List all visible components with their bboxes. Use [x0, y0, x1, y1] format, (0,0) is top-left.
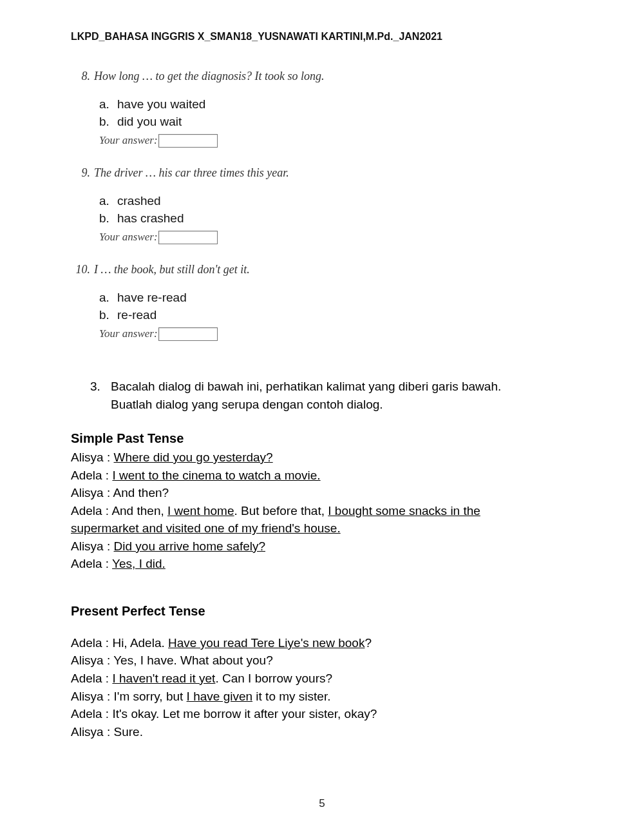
question-number: 9.	[71, 166, 90, 180]
dialog-underline: Yes, I did.	[112, 557, 166, 570]
dialog-line: Adela : It's okay. Let me borrow it afte…	[71, 705, 573, 723]
question-9: 9. The driver … his car three times this…	[71, 166, 573, 245]
dialog-text: ?	[365, 636, 372, 650]
dialog-speaker: Adela :	[71, 557, 112, 570]
dialog-underline: I haven't read it yet	[112, 672, 215, 685]
dialog-underline: Where did you go yesterday?	[114, 450, 273, 464]
dialog-underline: Did you arrive home safely?	[114, 539, 266, 553]
dialog-present-perfect: Adela : Hi, Adela. Have you read Tere Li…	[71, 634, 573, 740]
instruction-3: 3. Bacalah dialog di bawah ini, perhatik…	[90, 378, 573, 413]
option-letter: b.	[99, 210, 112, 227]
section-title-simple-past: Simple Past Tense	[71, 431, 573, 446]
question-text: How long … to get the diagnosis? It took…	[94, 70, 325, 83]
dialog-underline: I went to the cinema to watch a movie.	[112, 469, 320, 482]
dialog-text: it to my sister.	[252, 690, 330, 703]
option-letter: b.	[99, 113, 112, 131]
instruction-line: Bacalah dialog di bawah ini, perhatikan …	[111, 380, 501, 393]
dialog-line: Alisya : Sure.	[71, 723, 573, 741]
section-title-present-perfect: Present Perfect Tense	[71, 604, 573, 619]
dialog-line: Alisya : Did you arrive home safely?	[71, 537, 573, 556]
dialog-text: . But before that,	[234, 504, 328, 518]
answer-label: Your answer:	[99, 326, 158, 342]
dialog-line: supermarket and visited one of my friend…	[71, 519, 573, 537]
dialog-underline: I bought some snacks in the	[328, 504, 480, 518]
question-number: 10.	[71, 263, 90, 276]
option-letter: b.	[99, 307, 112, 324]
option-text: crashed	[117, 193, 161, 210]
dialog-speaker: Alisya :	[71, 450, 114, 464]
dialog-line: Alisya : Yes, I have. What about you?	[71, 652, 573, 670]
page-number: 5	[0, 797, 644, 810]
document-header: LKPD_BAHASA INGGRIS X_SMAN18_YUSNAWATI K…	[71, 31, 573, 43]
option-text: re-read	[117, 307, 156, 324]
dialog-text: Adela : Hi, Adela.	[71, 636, 168, 650]
option-letter: a.	[99, 96, 112, 113]
dialog-text: . Can I borrow yours?	[215, 672, 332, 685]
instruction-text: Bacalah dialog di bawah ini, perhatikan …	[111, 378, 501, 413]
dialog-text: Adela : And then,	[71, 504, 167, 518]
dialog-line: Adela : Yes, I did.	[71, 555, 573, 573]
dialog-line: Adela : Hi, Adela. Have you read Tere Li…	[71, 634, 573, 652]
dialog-line: Adela : And then, I went home. But befor…	[71, 502, 573, 520]
dialog-line: Adela : I haven't read it yet. Can I bor…	[71, 670, 573, 688]
question-10: 10. I … the book, but still don't get it…	[71, 263, 573, 342]
dialog-text: Alisya : I'm sorry, but	[71, 690, 187, 703]
dialog-underline: I went home	[167, 504, 234, 518]
answer-input[interactable]	[158, 134, 218, 148]
option-text: did you wait	[117, 113, 182, 131]
dialog-line: Alisya : I'm sorry, but I have given it …	[71, 688, 573, 706]
option-text: have you waited	[117, 96, 205, 113]
answer-label: Your answer:	[99, 229, 158, 245]
option-text: has crashed	[117, 210, 184, 227]
dialog-speaker: Adela :	[71, 672, 112, 685]
instruction-line: Buatlah dialog yang serupa dengan contoh…	[111, 398, 383, 411]
answer-label: Your answer:	[99, 133, 158, 148]
dialog-speaker: Alisya :	[71, 539, 114, 553]
page-container: LKPD_BAHASA INGGRIS X_SMAN18_YUSNAWATI K…	[0, 0, 644, 832]
dialog-line: Adela : I went to the cinema to watch a …	[71, 467, 573, 485]
question-8: 8. How long … to get the diagnosis? It t…	[71, 70, 573, 148]
dialog-simple-past: Alisya : Where did you go yesterday? Ade…	[71, 449, 573, 573]
dialog-speaker: Adela :	[71, 469, 112, 482]
question-number: 8.	[71, 70, 90, 83]
option-letter: a.	[99, 193, 112, 210]
dialog-line: Alisya : Where did you go yesterday?	[71, 449, 573, 467]
question-text: The driver … his car three times this ye…	[94, 166, 289, 180]
answer-input[interactable]	[158, 327, 218, 341]
dialog-line: Alisya : And then?	[71, 484, 573, 502]
answer-input[interactable]	[158, 231, 218, 244]
dialog-underline: Have you read Tere Liye's new book	[168, 636, 365, 650]
dialog-underline: I have given	[187, 690, 252, 703]
instruction-number: 3.	[90, 378, 104, 413]
dialog-underline: supermarket and visited one of my friend…	[71, 521, 341, 535]
question-text: I … the book, but still don't get it.	[94, 263, 250, 276]
option-text: have re-read	[117, 289, 187, 307]
option-letter: a.	[99, 289, 112, 307]
